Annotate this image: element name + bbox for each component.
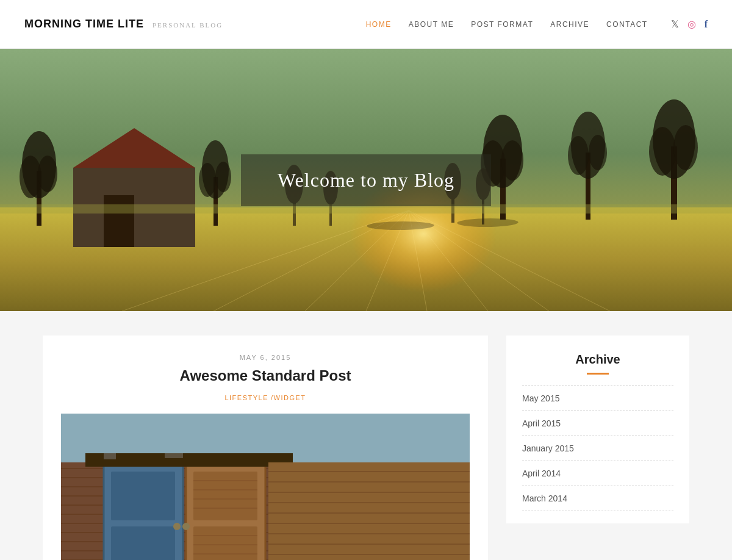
post-tags: LIFESTYLE /WIDGET [61,392,470,403]
archive-list: May 2015 April 2015 January 2015 April 2… [522,386,673,511]
post-date: MAY 6, 2015 [61,354,470,361]
svg-rect-69 [193,526,257,560]
dribbble-icon[interactable]: ◎ [687,18,696,30]
hero-welcome-box: Welcome to my Blog [241,154,491,206]
post-image [61,414,470,560]
nav-post-format[interactable]: POST FORMAT [471,20,533,29]
hero-section: Welcome to my Blog [0,49,732,311]
archive-item-mar2014[interactable]: March 2014 [522,486,673,511]
social-icons: 𝕏 ◎ f [671,18,708,30]
svg-rect-80 [104,453,116,459]
svg-rect-63 [111,472,175,520]
svg-rect-81 [165,453,183,458]
sidebar: Archive May 2015 April 2015 January 2015… [506,336,689,523]
svg-rect-64 [111,526,175,560]
main-nav: HOME ABOUT ME POST FORMAT ARCHIVE CONTAC… [366,18,708,30]
facebook-icon[interactable]: f [705,19,708,30]
header-brand: MORNING TIME LITE PERSONAL BLOG [24,18,223,31]
svg-point-78 [182,523,190,530]
svg-rect-68 [193,472,257,520]
archive-title: Archive [522,353,673,367]
nav-contact[interactable]: CONTACT [606,20,648,29]
nav-archive[interactable]: ARCHIVE [550,20,589,29]
svg-rect-82 [268,462,470,560]
tag-widget[interactable]: /WIDGET [271,394,306,401]
site-tagline: PERSONAL BLOG [152,21,223,29]
hero-overlay: Welcome to my Blog [0,49,732,311]
svg-point-65 [173,523,181,530]
archive-widget: Archive May 2015 April 2015 January 2015… [506,336,689,523]
tag-lifestyle[interactable]: LIFESTYLE [224,394,268,401]
archive-item-apr2015[interactable]: April 2015 [522,411,673,436]
site-title: MORNING TIME LITE [24,18,144,31]
archive-underline [587,373,609,375]
nav-about-me[interactable]: ABOUT ME [409,20,454,29]
site-header: MORNING TIME LITE PERSONAL BLOG HOME ABO… [0,0,732,49]
archive-item-jan2015[interactable]: January 2015 [522,436,673,461]
blog-card: MAY 6, 2015 Awesome Standard Post LIFEST… [43,336,488,560]
svg-rect-79 [85,453,293,467]
hero-welcome-text: Welcome to my Blog [278,169,454,191]
twitter-icon[interactable]: 𝕏 [671,18,679,30]
main-container: MAY 6, 2015 Awesome Standard Post LIFEST… [30,336,702,560]
post-title: Awesome Standard Post [61,367,470,384]
nav-home[interactable]: HOME [366,20,392,29]
archive-item-apr2014[interactable]: April 2014 [522,461,673,486]
archive-item-may2015[interactable]: May 2015 [522,386,673,411]
